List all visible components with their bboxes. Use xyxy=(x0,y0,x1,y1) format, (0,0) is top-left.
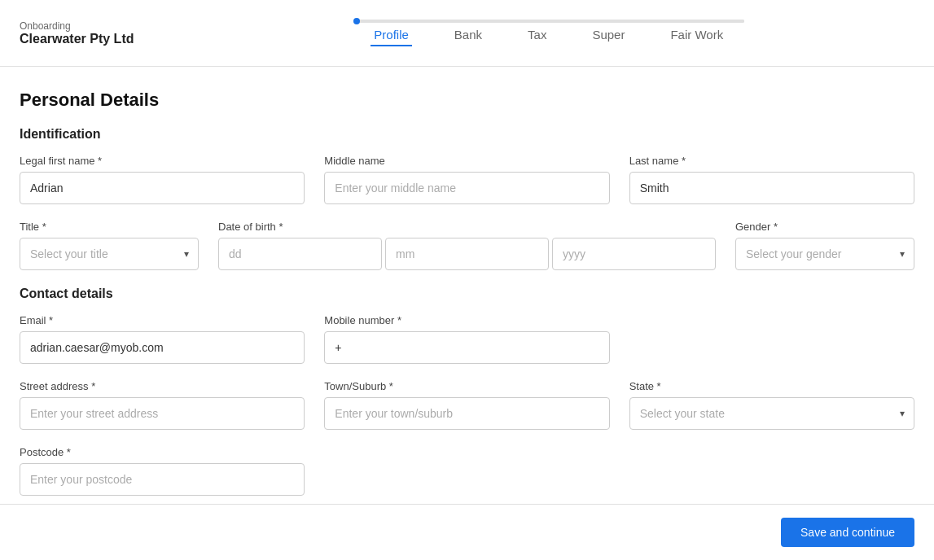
header-nav: Profile Bank Tax Super Fair Work xyxy=(182,20,914,46)
street-address-label: Street address * xyxy=(20,380,305,392)
middle-name-label: Middle name xyxy=(324,155,609,167)
identification-title: Identification xyxy=(20,127,914,142)
last-name-group: Last name * xyxy=(629,155,914,204)
contact-details-section: Contact details Email * Mobile number * … xyxy=(20,287,914,496)
title-label: Title * xyxy=(20,221,199,233)
tab-super[interactable]: Super xyxy=(589,28,628,46)
mobile-input[interactable] xyxy=(324,331,609,364)
nav-tabs: Profile Bank Tax Super Fair Work xyxy=(371,28,726,46)
mobile-label: Mobile number * xyxy=(324,314,609,326)
save-continue-button[interactable]: Save and continue xyxy=(781,518,914,535)
title-select[interactable]: Select your title Mr Mrs Ms Dr xyxy=(20,238,199,270)
page-title: Personal Details xyxy=(20,90,914,111)
title-dob-gender-row: Title * Select your title Mr Mrs Ms Dr ▾… xyxy=(20,221,914,270)
street-address-group: Street address * xyxy=(20,380,305,430)
dob-mm-input[interactable] xyxy=(385,238,549,270)
postcode-row: Postcode * xyxy=(20,446,914,496)
dob-dd-input[interactable] xyxy=(218,238,382,270)
street-address-input[interactable] xyxy=(20,397,305,430)
email-mobile-row: Email * Mobile number * xyxy=(20,314,914,364)
progress-indicator xyxy=(353,18,360,24)
postcode-group: Postcode * xyxy=(20,446,305,496)
gender-label: Gender * xyxy=(735,221,914,233)
dob-inputs xyxy=(218,238,716,270)
legal-first-name-group: Legal first name * xyxy=(20,155,305,204)
dob-group: Date of birth * xyxy=(218,221,716,270)
legal-first-name-label: Legal first name * xyxy=(20,155,305,167)
middle-name-group: Middle name xyxy=(324,155,609,204)
brand: Onboarding Clearwater Pty Ltd xyxy=(20,20,134,46)
postcode-label: Postcode * xyxy=(20,446,305,458)
header: Onboarding Clearwater Pty Ltd Profile Ba… xyxy=(0,0,934,67)
email-input[interactable] xyxy=(20,331,305,364)
last-name-label: Last name * xyxy=(629,155,914,167)
state-label: State * xyxy=(629,380,914,392)
tab-tax[interactable]: Tax xyxy=(524,28,550,46)
tab-fair-work[interactable]: Fair Work xyxy=(667,28,726,46)
tab-bank[interactable]: Bank xyxy=(451,28,485,46)
tab-profile[interactable]: Profile xyxy=(371,28,412,46)
identification-section: Identification Legal first name * Middle… xyxy=(20,127,914,270)
name-row: Legal first name * Middle name Last name… xyxy=(20,155,914,204)
dob-yyyy-input[interactable] xyxy=(552,238,716,270)
contact-details-title: Contact details xyxy=(20,287,914,301)
email-group: Email * xyxy=(20,314,305,364)
address-row: Street address * Town/Suburb * State * S… xyxy=(20,380,914,430)
postcode-input[interactable] xyxy=(20,463,305,496)
state-select-wrapper: Select your state NSW VIC QLD WA SA TAS … xyxy=(629,397,914,430)
town-suburb-group: Town/Suburb * xyxy=(324,380,609,430)
town-suburb-label: Town/Suburb * xyxy=(324,380,609,392)
last-name-input[interactable] xyxy=(629,172,914,204)
progress-line xyxy=(353,20,744,23)
footer: Save and continue xyxy=(0,504,934,535)
main-content: Personal Details Identification Legal fi… xyxy=(0,67,934,535)
progress-bar xyxy=(353,20,744,23)
middle-name-input[interactable] xyxy=(324,172,609,204)
title-select-wrapper: Select your title Mr Mrs Ms Dr ▾ xyxy=(20,238,199,270)
gender-select[interactable]: Select your gender Male Female Other xyxy=(735,238,914,270)
onboarding-label: Onboarding xyxy=(20,20,134,32)
dob-label: Date of birth * xyxy=(218,221,716,233)
gender-select-wrapper: Select your gender Male Female Other ▾ xyxy=(735,238,914,270)
company-name: Clearwater Pty Ltd xyxy=(20,32,134,46)
email-label: Email * xyxy=(20,314,305,326)
gender-group: Gender * Select your gender Male Female … xyxy=(735,221,914,270)
legal-first-name-input[interactable] xyxy=(20,172,305,204)
state-select[interactable]: Select your state NSW VIC QLD WA SA TAS … xyxy=(629,397,914,430)
state-group: State * Select your state NSW VIC QLD WA… xyxy=(629,380,914,430)
town-suburb-input[interactable] xyxy=(324,397,609,430)
mobile-group: Mobile number * xyxy=(324,314,609,364)
title-group: Title * Select your title Mr Mrs Ms Dr ▾ xyxy=(20,221,199,270)
